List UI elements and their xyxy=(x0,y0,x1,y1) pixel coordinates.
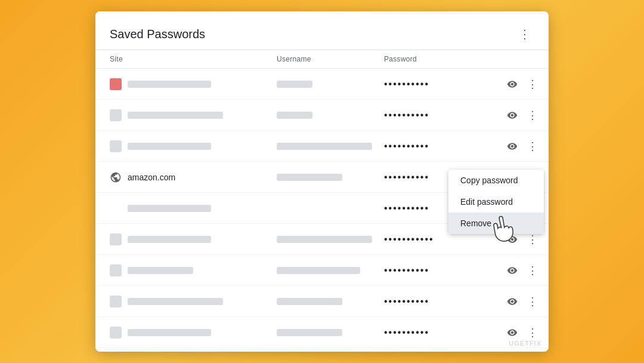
panel-header: Saved Passwords ⋮ xyxy=(95,11,549,50)
context-menu-copy-password[interactable]: Copy password xyxy=(448,170,544,191)
site-name-blurred xyxy=(128,329,211,336)
username-cell xyxy=(277,143,384,150)
site-favicon xyxy=(110,296,122,307)
site-cell xyxy=(110,327,277,339)
eye-icon[interactable] xyxy=(503,75,521,93)
username-blurred xyxy=(277,329,342,336)
col-header-password: Password xyxy=(384,55,503,63)
password-cell: •••••••••• xyxy=(384,79,503,90)
username-blurred xyxy=(277,112,312,119)
site-name-blurred xyxy=(128,236,211,243)
row-actions: ⋮ xyxy=(503,260,541,281)
more-icon[interactable]: ⋮ xyxy=(524,291,541,312)
col-header-actions xyxy=(503,55,534,63)
password-cell: •••••••••• xyxy=(384,296,503,307)
site-cell: amazon.com xyxy=(110,171,277,183)
table-row: •••••••••• ⋮ xyxy=(95,131,549,162)
col-header-site: Site xyxy=(110,55,277,63)
site-favicon xyxy=(110,327,122,339)
table-row: •••••••••• ⋮ xyxy=(95,286,549,317)
site-cell xyxy=(110,296,277,307)
watermark: UGETFIX xyxy=(509,340,541,347)
globe-icon xyxy=(110,171,122,183)
row-actions: ⋮ xyxy=(503,136,541,156)
site-favicon xyxy=(110,140,122,152)
site-cell xyxy=(110,109,277,121)
site-favicon xyxy=(110,109,122,121)
table-row: •••••••••• ⋮ xyxy=(95,255,549,286)
site-name-blurred xyxy=(128,298,223,305)
username-cell xyxy=(277,329,384,336)
context-menu-edit-password[interactable]: Edit password xyxy=(448,191,544,213)
site-name-blurred xyxy=(128,267,193,274)
username-blurred xyxy=(277,81,312,88)
more-icon[interactable]: ⋮ xyxy=(524,260,541,281)
table-row: •••••••••• ⋮ xyxy=(95,348,549,352)
username-blurred xyxy=(277,236,372,243)
password-cell: •••••••••• xyxy=(384,265,503,276)
eye-icon[interactable] xyxy=(503,262,521,279)
username-cell xyxy=(277,236,384,243)
site-name-blurred xyxy=(128,81,211,88)
site-favicon xyxy=(110,78,122,90)
username-cell xyxy=(277,112,384,119)
site-favicon xyxy=(110,233,122,245)
password-cell: •••••••••• xyxy=(384,110,503,121)
page-title: Saved Passwords xyxy=(110,27,205,41)
row-actions: ⋮ xyxy=(503,74,541,94)
table-row: •••••••••• ⋮ xyxy=(95,100,549,131)
more-icon[interactable]: ⋮ xyxy=(524,74,541,94)
row-actions: ⋮ xyxy=(503,105,541,125)
site-cell xyxy=(110,264,277,276)
header-more-button[interactable]: ⋮ xyxy=(515,24,534,44)
eye-icon[interactable] xyxy=(503,137,521,155)
site-name-blurred xyxy=(128,143,211,150)
site-cell xyxy=(110,233,277,245)
more-icon[interactable]: ⋮ xyxy=(524,136,541,156)
username-cell xyxy=(277,267,384,274)
row-actions: ⋮ xyxy=(503,291,541,312)
col-header-username: Username xyxy=(277,55,384,63)
table-header: Site Username Password xyxy=(95,50,549,69)
username-cell xyxy=(277,298,384,305)
browser-panel: Saved Passwords ⋮ Site Username Password… xyxy=(95,11,549,352)
site-cell xyxy=(110,78,277,90)
eye-icon[interactable] xyxy=(503,106,521,124)
site-favicon xyxy=(110,264,122,276)
site-name-blurred xyxy=(128,205,211,212)
table-row: •••••••••• ⋮ xyxy=(95,69,549,100)
username-cell xyxy=(277,81,384,88)
site-cell xyxy=(110,205,277,212)
more-icon[interactable]: ⋮ xyxy=(524,105,541,125)
eye-icon[interactable] xyxy=(503,324,521,342)
table-row: •••••••••• ⋮ xyxy=(95,317,549,348)
password-cell: •••••••••• xyxy=(384,141,503,152)
username-cell xyxy=(277,174,384,181)
username-blurred xyxy=(277,267,360,274)
username-blurred xyxy=(277,298,342,305)
context-menu: Copy password Edit password Remove xyxy=(448,170,544,234)
password-cell: •••••••••• xyxy=(384,327,503,338)
eye-icon[interactable] xyxy=(503,293,521,310)
context-menu-remove[interactable]: Remove xyxy=(448,213,544,234)
password-cell: ••••••••••• xyxy=(384,234,503,245)
username-blurred xyxy=(277,174,342,181)
amazon-site-name: amazon.com xyxy=(128,173,175,182)
site-cell xyxy=(110,140,277,152)
username-blurred xyxy=(277,143,372,150)
site-name-blurred xyxy=(128,112,223,119)
